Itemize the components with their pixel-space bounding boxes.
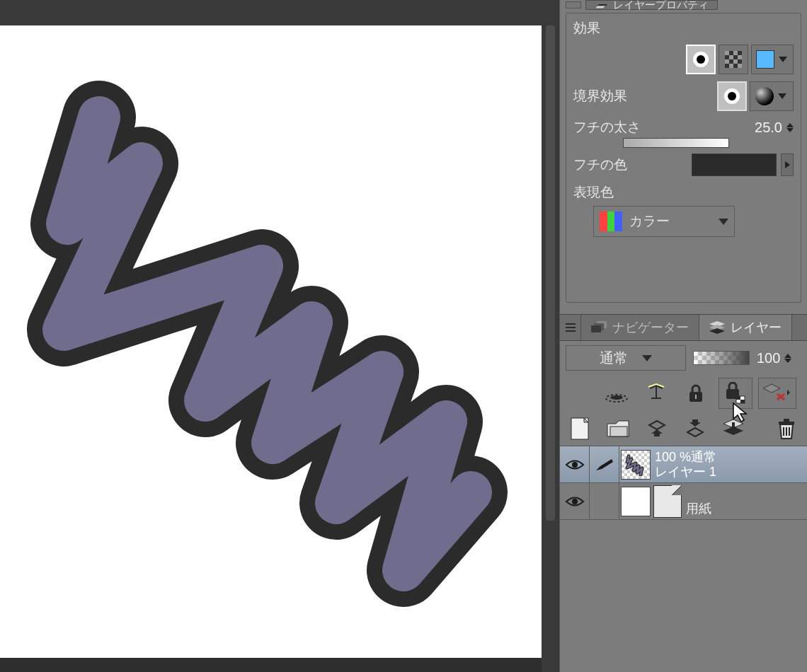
move-up-button[interactable] [641,415,673,443]
thickness-spinner[interactable] [786,123,794,132]
layer-property-title: レイヤープロパティ [613,0,709,12]
ring-icon [693,52,709,67]
boundary-watercolor-button[interactable] [750,81,794,111]
clip-mask-button[interactable] [600,378,634,409]
eye-icon [565,495,585,508]
paper-icon [653,485,682,518]
blend-mode-value: 通常 [600,349,628,368]
new-folder-button[interactable] [602,415,635,443]
color-chip-icon [756,50,774,69]
move-down-button[interactable] [679,415,711,443]
panel-menu-button[interactable] [560,315,581,340]
layer-options-button[interactable] [758,378,796,409]
svg-rect-9 [610,427,627,436]
layer-property-tab[interactable]: レイヤープロパティ [585,0,718,10]
merge-down-button[interactable] [717,415,750,443]
new-layer-button[interactable] [564,415,597,443]
opacity-value[interactable]: 100 [757,350,780,366]
visibility-toggle[interactable] [560,483,590,520]
active-layer-indicator [590,483,619,520]
thickness-slider[interactable] [623,138,729,148]
boundary-edge-button[interactable] [717,81,747,111]
layer-opacity-label: 100 %通常 [655,450,716,465]
layer-name: レイヤー 1 [655,465,716,480]
layer-row[interactable]: 100 %通常 レイヤー 1 [560,446,807,483]
layers-icon [709,321,725,334]
layer-thumbnail[interactable] [621,450,651,480]
border-color-more-button[interactable] [781,153,794,176]
panel-collapse-button[interactable] [566,1,581,8]
effect-section-label: 効果 [573,19,687,37]
border-color-swatch[interactable] [692,153,777,176]
canvas-scrollbar[interactable] [542,0,559,672]
layer-thumbnail[interactable] [621,487,651,516]
checker-icon [725,51,742,68]
tab-navigator[interactable]: ナビゲーター [581,315,699,340]
layer-panel: 通常 100 [559,341,807,672]
scroll-thumb[interactable] [546,25,555,521]
effect-tone-button[interactable] [719,45,748,74]
svg-rect-11 [784,419,789,422]
blend-mode-dropdown[interactable]: 通常 [566,345,686,371]
opacity-slider[interactable] [693,351,750,365]
layer-property-panel: レイヤープロパティ 効果 [559,0,807,314]
eye-icon [565,458,585,471]
chevron-down-icon [642,355,652,361]
effect-layer-color-button[interactable] [751,45,794,74]
tab-layer-label: レイヤー [731,319,782,336]
chevron-down-icon [719,219,728,225]
layer-list: 100 %通常 レイヤー 1 用紙 [560,446,807,520]
layer-property-icon [595,0,609,10]
layer-row[interactable]: 用紙 [560,483,807,520]
visibility-toggle[interactable] [560,446,590,483]
menu-icon [566,323,576,332]
canvas-area[interactable] [0,0,559,672]
svg-rect-10 [779,422,794,424]
delete-layer-button[interactable] [770,415,803,443]
expression-color-label: 表現色 [573,183,687,202]
canvas-shadow [0,658,542,672]
svg-point-12 [572,462,578,468]
opacity-spinner[interactable] [784,354,791,363]
border-color-label: フチの色 [573,156,651,174]
svg-rect-7 [740,400,745,403]
canvas[interactable] [0,25,542,658]
sphere-icon [755,87,774,105]
boundary-effect-label: 境界効果 [573,87,658,105]
svg-point-13 [572,499,578,504]
panel-tab-strip: ナビゲーター レイヤー [559,314,807,341]
pen-icon [595,458,614,472]
chevron-down-icon [777,85,788,108]
expression-color-value: カラー [629,212,670,231]
tab-layer[interactable]: レイヤー [699,315,792,340]
chevron-down-icon [777,48,789,71]
layer-name: 用紙 [686,502,711,516]
navigator-icon [591,321,607,334]
svg-rect-3 [695,395,697,399]
expression-color-dropdown[interactable]: カラー [593,206,735,237]
svg-rect-6 [736,396,740,400]
rgb-icon [600,212,622,231]
lock-transparent-button[interactable] [719,378,752,409]
thickness-value[interactable]: 25.0 [755,120,782,136]
tab-navigator-label: ナビゲーター [612,319,689,336]
reference-layer-button[interactable] [639,378,673,409]
ring-icon [724,88,740,104]
svg-point-1 [610,395,623,400]
lock-button[interactable] [679,378,713,409]
thickness-label: フチの太さ [573,118,665,137]
active-layer-indicator [590,446,619,483]
effect-outline-button[interactable] [686,45,716,74]
